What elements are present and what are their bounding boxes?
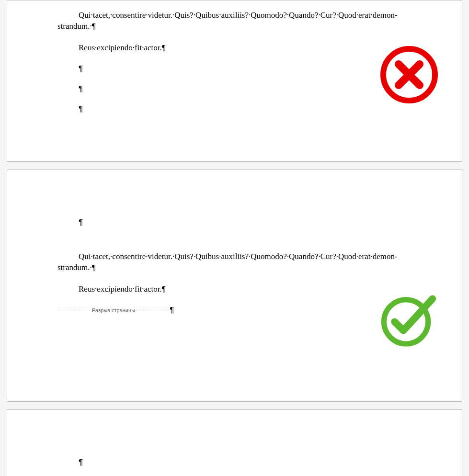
document-page-3: ¶ <box>7 409 462 476</box>
document-page-2: ¶ Qui·tacet,·consentire·videtur.·Quis?·Q… <box>7 170 462 402</box>
correct-icon <box>380 292 438 350</box>
wrong-icon <box>380 46 438 103</box>
document-page-1: Qui·tacet,·consentire·videtur.·Quis?·Qui… <box>7 0 462 162</box>
page-break-label: Разрыв страницы <box>91 307 136 313</box>
paragraph-text: Reus·excipiendo·fit·actor.¶ <box>79 284 414 295</box>
page-break-dotted-line <box>136 310 169 310</box>
page-break-dotted-line <box>57 310 91 310</box>
pilcrow-mark: ¶ <box>79 64 414 74</box>
pilcrow-mark: ¶ <box>79 84 414 94</box>
page-break-indicator: Разрыв страницы ¶ <box>57 306 414 315</box>
pilcrow-mark: ¶ <box>79 218 414 227</box>
pilcrow-mark: ¶ <box>79 458 414 467</box>
pilcrow-mark: ¶ <box>79 104 414 114</box>
paragraph-text: Qui·tacet,·consentire·videtur.·Quis?·Qui… <box>57 251 414 273</box>
pilcrow-mark: ¶ <box>170 306 174 315</box>
paragraph-text: Qui·tacet,·consentire·videtur.·Quis?·Qui… <box>57 10 414 32</box>
paragraph-text: Reus·excipiendo·fit·actor.¶ <box>79 43 414 54</box>
